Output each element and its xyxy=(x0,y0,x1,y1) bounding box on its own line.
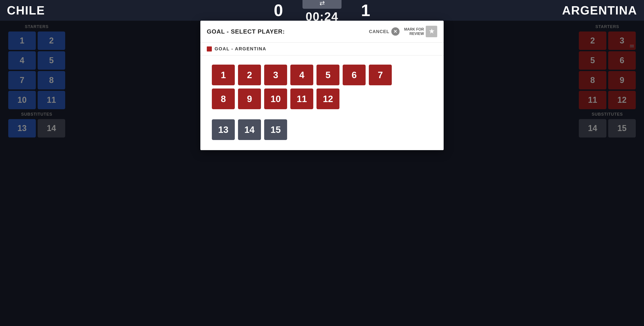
goal-indicator-row: GOAL - ARGENTINA xyxy=(200,43,444,55)
red-player-row-1: 1 2 3 4 5 6 7 xyxy=(212,65,432,85)
modal-player-14[interactable]: 14 xyxy=(238,119,261,140)
modal-overlay: GOAL - SELECT PLAYER: CANCEL ✕ MARK FORR… xyxy=(0,21,644,326)
score-left: 0 xyxy=(264,1,292,20)
player-grid-area: 1 2 3 4 5 6 7 8 9 10 11 12 xyxy=(200,55,444,150)
cancel-button[interactable]: CANCEL ✕ xyxy=(369,27,399,36)
team-name-left: CHILE xyxy=(0,0,264,21)
swap-button[interactable]: ⇄ xyxy=(302,0,342,9)
modal-player-12[interactable]: 12 xyxy=(316,89,340,109)
modal-actions: CANCEL ✕ MARK FORREVIEW ★ xyxy=(369,26,437,37)
score-right: 1 xyxy=(352,1,380,20)
star-icon: ★ xyxy=(426,26,437,37)
clock-block: ⇄ 00:24 xyxy=(292,0,352,24)
modal-player-10[interactable]: 10 xyxy=(264,89,287,109)
goal-select-modal: GOAL - SELECT PLAYER: CANCEL ✕ MARK FORR… xyxy=(200,21,444,150)
score-center: 0 ⇄ 00:24 1 xyxy=(264,0,380,21)
team-name-right: ARGENTINA xyxy=(380,0,644,21)
red-player-row-2: 8 9 10 11 12 xyxy=(212,89,432,109)
gray-player-row: 13 14 15 xyxy=(212,119,432,140)
cancel-x-icon: ✕ xyxy=(391,27,400,36)
modal-player-1[interactable]: 1 xyxy=(212,65,235,85)
cancel-label: CANCEL xyxy=(369,29,389,34)
separator xyxy=(212,112,432,119)
header: CHILE 0 ⇄ 00:24 1 ARGENTINA xyxy=(0,0,644,21)
main-content: STARTERS 1 2 4 5 7 8 10 11 SUBSTITUTES 1… xyxy=(0,21,644,326)
modal-player-15[interactable]: 15 xyxy=(264,119,287,140)
modal-player-13[interactable]: 13 xyxy=(212,119,235,140)
modal-title: GOAL - SELECT PLAYER: xyxy=(207,28,285,35)
modal-player-4[interactable]: 4 xyxy=(290,65,313,85)
mark-review-button[interactable]: MARK FORREVIEW ★ xyxy=(404,26,437,37)
modal-player-8[interactable]: 8 xyxy=(212,89,235,109)
goal-label: GOAL - ARGENTINA xyxy=(214,46,266,52)
modal-player-11[interactable]: 11 xyxy=(290,89,313,109)
modal-player-9[interactable]: 9 xyxy=(238,89,261,109)
modal-player-2[interactable]: 2 xyxy=(238,65,261,85)
modal-player-6[interactable]: 6 xyxy=(343,65,366,85)
mark-review-label: MARK FORREVIEW xyxy=(404,27,424,36)
modal-header: GOAL - SELECT PLAYER: CANCEL ✕ MARK FORR… xyxy=(200,21,444,43)
modal-player-3[interactable]: 3 xyxy=(264,65,287,85)
modal-player-7[interactable]: 7 xyxy=(369,65,392,85)
goal-red-indicator xyxy=(207,46,212,52)
modal-player-5[interactable]: 5 xyxy=(316,65,340,85)
